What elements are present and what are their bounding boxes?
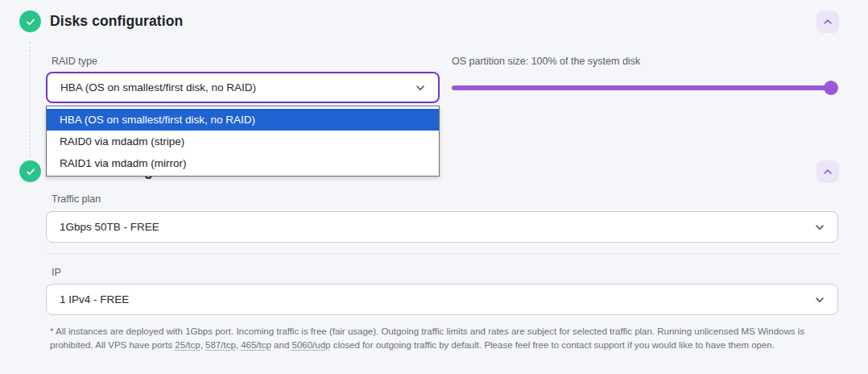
note-part2: closed for outgoing traffic by default. …: [330, 340, 774, 350]
network-section-collapse-button[interactable]: [816, 160, 839, 183]
traffic-plan-selected-value: 1Gbps 50TB - FREE: [60, 221, 159, 233]
port-587-tcp: 587/tcp: [205, 340, 236, 350]
field-divider: [46, 253, 838, 254]
traffic-disclaimer-note: * All instances are deployed with 1Gbps …: [50, 325, 841, 352]
raid-option-raid1[interactable]: RAID1 via mdadm (mirror): [47, 152, 439, 174]
port-5060-udp: 5060/udp: [292, 340, 331, 350]
chevron-down-icon: [415, 83, 425, 93]
chevron-down-icon: [815, 222, 825, 232]
os-partition-size-label: OS partition size: 100% of the system di…: [452, 56, 640, 67]
note-sep: and: [271, 340, 292, 350]
ip-label: IP: [52, 267, 61, 278]
check-icon: [25, 16, 36, 27]
section-connector-line: [30, 42, 31, 157]
raid-option-hba[interactable]: HBA (OS on smallest/first disk, no RAID): [47, 109, 439, 131]
traffic-plan-label: Traffic plan: [52, 193, 101, 205]
raid-type-dropdown-list: HBA (OS on smallest/first disk, no RAID)…: [46, 106, 440, 177]
raid-type-selected-value: HBA (OS on smallest/first disk, no RAID): [60, 81, 256, 94]
chevron-down-icon: [815, 295, 825, 305]
disks-section-title: Disks configuration: [50, 13, 183, 30]
ip-selected-value: 1 IPv4 - FREE: [60, 293, 129, 305]
disks-section-collapse-button[interactable]: [816, 10, 839, 33]
traffic-plan-select[interactable]: 1Gbps 50TB - FREE: [46, 211, 838, 243]
raid-option-raid0[interactable]: RAID0 via mdadm (stripe): [47, 131, 439, 152]
disks-section-status-icon: [19, 10, 41, 32]
raid-type-label: RAID type: [52, 56, 97, 67]
check-icon: [25, 166, 36, 177]
port-465-tcp: 465/tcp: [241, 340, 271, 350]
chevron-up-icon: [822, 166, 833, 177]
slider-track[interactable]: [452, 85, 837, 90]
disks-network-config-panel: Disks configuration RAID type HBA (OS on…: [0, 0, 868, 374]
chevron-up-icon: [822, 16, 833, 27]
os-partition-size-slider[interactable]: [452, 81, 837, 95]
network-section-status-icon: [19, 160, 41, 182]
ip-select[interactable]: 1 IPv4 - FREE: [46, 284, 838, 315]
slider-thumb[interactable]: [824, 81, 838, 95]
port-25-tcp: 25/tcp: [175, 340, 200, 350]
raid-type-select[interactable]: HBA (OS on smallest/first disk, no RAID): [46, 72, 440, 103]
